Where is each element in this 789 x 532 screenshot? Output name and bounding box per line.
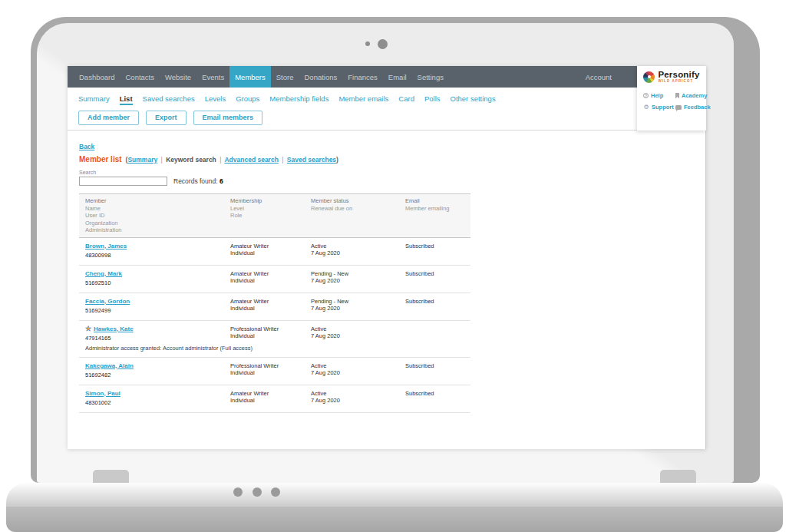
app-window: Dashboard Contacts Website Events Member… [68,66,706,449]
col-title: Member status [311,197,405,205]
member-name-link[interactable]: Simon, Paul [85,390,120,397]
member-status: Pending - New [311,270,405,278]
help-icon [643,93,649,98]
search-row: Search Records found: 6 [79,170,705,186]
member-user-id: 51692499 [85,307,230,315]
member-emailing: Subscribed [405,270,470,278]
account-menu[interactable]: Account [580,66,617,88]
table-row: Brown, James 48300998 Amateur Writer Ind… [79,238,470,266]
nav-item-events[interactable]: Events [196,66,229,88]
member-status: Active [311,325,405,333]
member-renewal: 7 Aug 2020 [311,369,405,377]
member-emailing: Subscribed [405,298,470,306]
nav-item-email[interactable]: Email [383,66,412,88]
subnav-card[interactable]: Card [398,94,414,105]
laptop-base-bottom [6,507,783,532]
col-sub: Administration [85,226,230,234]
table-row: ★Hawkes, Kate 47914165 Administrator acc… [79,321,470,358]
nav-item-settings[interactable]: Settings [412,66,449,88]
subnav-groups[interactable]: Groups [236,94,259,105]
support-link[interactable]: Support [643,104,674,111]
member-name-link[interactable]: Kakegawa, Alain [85,362,134,369]
table-row: Simon, Paul 48301002 Amateur Writer Indi… [79,385,470,413]
member-name-link[interactable]: Hawkes, Kate [94,325,134,332]
subnav-list[interactable]: List [120,94,133,105]
main-nav: Dashboard Contacts Website Events Member… [68,66,637,88]
back-link[interactable]: Back [79,143,94,150]
view-link-saved-searches[interactable]: Saved searches [287,156,336,164]
nav-item-contacts[interactable]: Contacts [120,66,160,88]
laptop-base [6,483,783,532]
member-role: Individual [230,332,311,340]
subnav-saved-searches[interactable]: Saved searches [143,94,195,105]
table-row: Faccia, Gordon 51692499 Amateur Writer I… [79,293,470,321]
member-role: Individual [230,305,311,312]
help-link[interactable]: Help [643,92,674,99]
col-sub: Organization [85,220,230,227]
col-sub: Renewal due on [311,205,405,213]
subnav-membership-fields[interactable]: Membership fields [269,94,328,105]
add-member-button[interactable]: Add member [78,111,139,125]
subnav-summary[interactable]: Summary [78,94,110,105]
col-title: Email [405,197,470,205]
page-title: Member list [79,155,122,164]
col-sub: Level [230,205,311,213]
member-level: Professional Writer [230,362,311,370]
col-sub: User ID [85,212,230,220]
view-link-summary[interactable]: Summary [127,156,157,164]
col-sub: Member emailing [405,205,470,213]
email-members-button[interactable]: Email members [193,111,263,125]
table-header: Member Name User ID Organization Adminis… [79,193,470,238]
personify-pinwheel-icon [643,71,655,83]
member-name-link[interactable]: Brown, James [85,243,127,249]
member-renewal: 7 Aug 2020 [311,305,405,312]
hinge-foot-left [93,470,129,484]
subnav-member-emails[interactable]: Member emails [338,94,388,105]
webcam [378,39,388,49]
feedback-link[interactable]: Feedback [675,104,711,111]
member-name-link[interactable]: Cheng, Mark [85,270,122,277]
member-emailing: Subscribed [405,243,470,250]
member-renewal: 7 Aug 2020 [311,397,405,405]
brand-help-panel: Personify WILD APRICOT Help Academy Supp… [637,66,706,131]
member-emailing: Subscribed [405,362,470,370]
member-user-id: 48300998 [85,252,230,259]
records-found: Records found: 6 [173,177,223,185]
subnav-other-settings[interactable]: Other settings [451,94,496,105]
member-level: Amateur Writer [230,390,311,398]
paren: ) [336,156,338,164]
member-user-id: 48301002 [85,399,230,407]
nav-item-donations[interactable]: Donations [299,66,343,88]
academy-link[interactable]: Academy [675,92,711,99]
help-links: Help Academy Support Feedback [637,88,706,111]
separator: | [161,156,163,164]
nav-item-store[interactable]: Store [271,66,299,88]
records-found-label: Records found: [173,177,218,185]
nav-item-finances[interactable]: Finances [342,66,383,88]
member-status: Active [311,390,405,398]
member-role: Individual [230,277,311,285]
brand-name: Personify [658,71,699,80]
member-name-link[interactable]: Faccia, Gordon [85,298,130,305]
nav-item-dashboard[interactable]: Dashboard [74,66,120,88]
webcam-indicator-dot [365,41,370,46]
nav-item-members[interactable]: Members [229,66,271,88]
member-status: Pending - New [311,298,405,306]
bookmark-icon [675,93,679,99]
member-role: Individual [230,369,311,377]
view-keyword-search: Keyword search [166,156,216,164]
base-port-dot [233,487,243,497]
search-input[interactable] [79,177,167,186]
member-level: Amateur Writer [230,298,311,306]
laptop-base-deck [6,483,783,507]
speech-bubble-icon [675,105,682,110]
view-link-advanced-search[interactable]: Advanced search [224,156,278,164]
base-port-dot [271,487,280,497]
member-list-page: Back Member list (Summary | Keyword sear… [68,131,706,449]
base-port-dot [253,487,262,497]
star-icon[interactable]: ★ [85,325,91,332]
subnav-polls[interactable]: Polls [424,94,441,105]
export-button[interactable]: Export [146,111,187,125]
nav-item-website[interactable]: Website [160,66,196,88]
subnav-levels[interactable]: Levels [205,94,226,105]
